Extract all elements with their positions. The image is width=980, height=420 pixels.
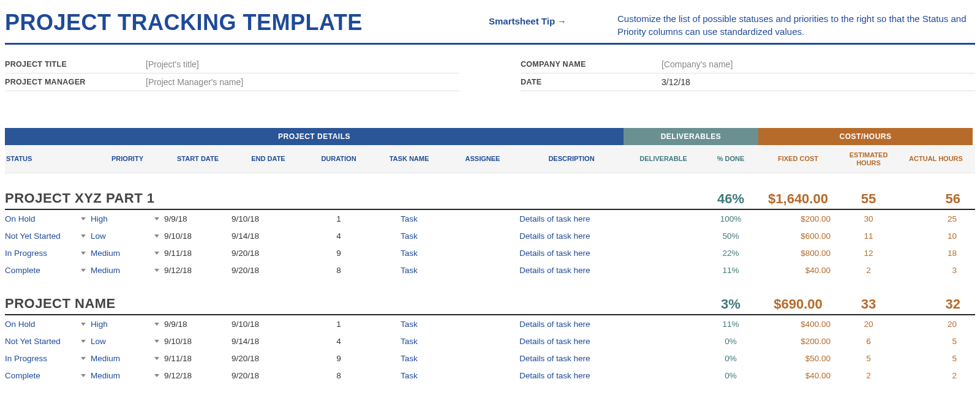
start-date-cell[interactable]: 9/11/18 xyxy=(164,249,232,258)
priority-dropdown[interactable]: High xyxy=(91,214,164,223)
end-date-cell[interactable]: 9/14/18 xyxy=(232,231,305,241)
duration-cell[interactable]: 1 xyxy=(305,320,372,329)
start-date-cell[interactable]: 9/11/18 xyxy=(164,354,232,363)
tip-link-wrap[interactable]: Smartsheet Tip → xyxy=(489,5,617,26)
task-name-cell[interactable]: Task xyxy=(372,214,446,223)
priority-dropdown[interactable]: Low xyxy=(91,231,164,241)
start-date-cell[interactable]: 9/12/18 xyxy=(164,266,232,275)
info-value[interactable]: 3/12/18 xyxy=(662,77,690,87)
col-header-end[interactable]: END DATE xyxy=(232,149,305,169)
priority-dropdown[interactable]: Medium xyxy=(91,354,164,363)
duration-cell[interactable]: 1 xyxy=(305,214,372,223)
pct-done-cell[interactable]: 22% xyxy=(703,249,758,258)
est-hours-cell[interactable]: 2 xyxy=(838,266,899,275)
pct-done-cell[interactable]: 11% xyxy=(703,266,758,275)
est-hours-cell[interactable]: 30 xyxy=(838,214,899,223)
end-date-cell[interactable]: 9/20/18 xyxy=(232,266,305,275)
col-header-deliverable[interactable]: DELIVERABLE xyxy=(624,149,703,169)
task-name-cell[interactable]: Task xyxy=(372,320,446,329)
duration-cell[interactable]: 8 xyxy=(305,371,372,380)
fixed-cost-cell[interactable]: $600.00 xyxy=(758,231,838,241)
est-hours-cell[interactable]: 20 xyxy=(838,320,899,329)
status-dropdown[interactable]: On Hold xyxy=(5,320,91,329)
status-dropdown[interactable]: Complete xyxy=(5,266,91,275)
status-dropdown[interactable]: In Progress xyxy=(5,354,91,363)
est-hours-cell[interactable]: 6 xyxy=(838,337,899,346)
act-hours-cell[interactable]: 5 xyxy=(899,354,973,363)
task-name-cell[interactable]: Task xyxy=(372,354,446,363)
pct-done-cell[interactable]: 11% xyxy=(703,320,758,329)
pct-done-cell[interactable]: 50% xyxy=(703,231,758,241)
start-date-cell[interactable]: 9/9/18 xyxy=(164,320,232,329)
fixed-cost-cell[interactable]: $50.00 xyxy=(758,354,838,363)
col-header-status[interactable]: STATUS xyxy=(5,149,91,169)
est-hours-cell[interactable]: 12 xyxy=(838,249,899,258)
fixed-cost-cell[interactable]: $400.00 xyxy=(758,320,838,329)
fixed-cost-cell[interactable]: $800.00 xyxy=(758,249,838,258)
end-date-cell[interactable]: 9/10/18 xyxy=(232,320,305,329)
description-cell[interactable]: Details of task here xyxy=(519,231,624,241)
duration-cell[interactable]: 9 xyxy=(305,354,372,363)
act-hours-cell[interactable]: 5 xyxy=(899,337,973,346)
col-header-est[interactable]: ESTIMATED HOURS xyxy=(838,145,899,173)
start-date-cell[interactable]: 9/12/18 xyxy=(164,371,232,380)
priority-dropdown[interactable]: High xyxy=(91,320,164,329)
end-date-cell[interactable]: 9/20/18 xyxy=(232,354,305,363)
task-name-cell[interactable]: Task xyxy=(372,249,446,258)
act-hours-cell[interactable]: 18 xyxy=(899,249,973,258)
task-name-cell[interactable]: Task xyxy=(372,337,446,346)
pct-done-cell[interactable]: 0% xyxy=(703,354,758,363)
pct-done-cell[interactable]: 100% xyxy=(703,214,758,223)
description-cell[interactable]: Details of task here xyxy=(519,214,624,223)
est-hours-cell[interactable]: 5 xyxy=(838,354,899,363)
task-name-cell[interactable]: Task xyxy=(372,231,446,241)
description-cell[interactable]: Details of task here xyxy=(519,266,624,275)
priority-dropdown[interactable]: Low xyxy=(91,337,164,346)
duration-cell[interactable]: 8 xyxy=(305,266,372,275)
duration-cell[interactable]: 4 xyxy=(305,337,372,346)
priority-dropdown[interactable]: Medium xyxy=(91,371,164,380)
description-cell[interactable]: Details of task here xyxy=(519,249,624,258)
task-name-cell[interactable]: Task xyxy=(372,266,446,275)
start-date-cell[interactable]: 9/9/18 xyxy=(164,214,232,223)
status-dropdown[interactable]: In Progress xyxy=(5,249,91,258)
est-hours-cell[interactable]: 11 xyxy=(838,231,899,241)
end-date-cell[interactable]: 9/20/18 xyxy=(232,371,305,380)
act-hours-cell[interactable]: 3 xyxy=(899,266,973,275)
est-hours-cell[interactable]: 2 xyxy=(838,371,899,380)
col-header-priority[interactable]: PRIORITY xyxy=(91,149,164,169)
start-date-cell[interactable]: 9/10/18 xyxy=(164,231,232,241)
pct-done-cell[interactable]: 0% xyxy=(703,371,758,380)
col-header-start[interactable]: START DATE xyxy=(164,149,232,169)
priority-dropdown[interactable]: Medium xyxy=(91,266,164,275)
act-hours-cell[interactable]: 10 xyxy=(899,231,973,241)
fixed-cost-cell[interactable]: $40.00 xyxy=(758,266,838,275)
description-cell[interactable]: Details of task here xyxy=(519,337,624,346)
col-header-assignee[interactable]: ASSIGNEE xyxy=(446,149,519,169)
col-header-desc[interactable]: DESCRIPTION xyxy=(519,149,624,169)
col-header-cost[interactable]: FIXED COST xyxy=(758,149,838,169)
description-cell[interactable]: Details of task here xyxy=(519,354,624,363)
description-cell[interactable]: Details of task here xyxy=(519,371,624,380)
duration-cell[interactable]: 4 xyxy=(305,231,372,241)
end-date-cell[interactable]: 9/14/18 xyxy=(232,337,305,346)
priority-dropdown[interactable]: Medium xyxy=(91,249,164,258)
start-date-cell[interactable]: 9/10/18 xyxy=(164,337,232,346)
info-value[interactable]: [Project's title] xyxy=(146,59,199,69)
act-hours-cell[interactable]: 25 xyxy=(899,214,973,223)
fixed-cost-cell[interactable]: $200.00 xyxy=(758,214,838,223)
act-hours-cell[interactable]: 2 xyxy=(899,371,973,380)
status-dropdown[interactable]: Not Yet Started xyxy=(5,337,91,346)
task-name-cell[interactable]: Task xyxy=(372,371,446,380)
end-date-cell[interactable]: 9/10/18 xyxy=(232,214,305,223)
act-hours-cell[interactable]: 20 xyxy=(899,320,973,329)
info-value[interactable]: [Project Manager's name] xyxy=(146,77,243,87)
fixed-cost-cell[interactable]: $40.00 xyxy=(758,371,838,380)
status-dropdown[interactable]: Not Yet Started xyxy=(5,231,91,241)
info-value[interactable]: [Company's name] xyxy=(662,59,733,69)
duration-cell[interactable]: 9 xyxy=(305,249,372,258)
end-date-cell[interactable]: 9/20/18 xyxy=(232,249,305,258)
status-dropdown[interactable]: On Hold xyxy=(5,214,91,223)
col-header-duration[interactable]: DURATION xyxy=(305,149,372,169)
fixed-cost-cell[interactable]: $200.00 xyxy=(758,337,838,346)
